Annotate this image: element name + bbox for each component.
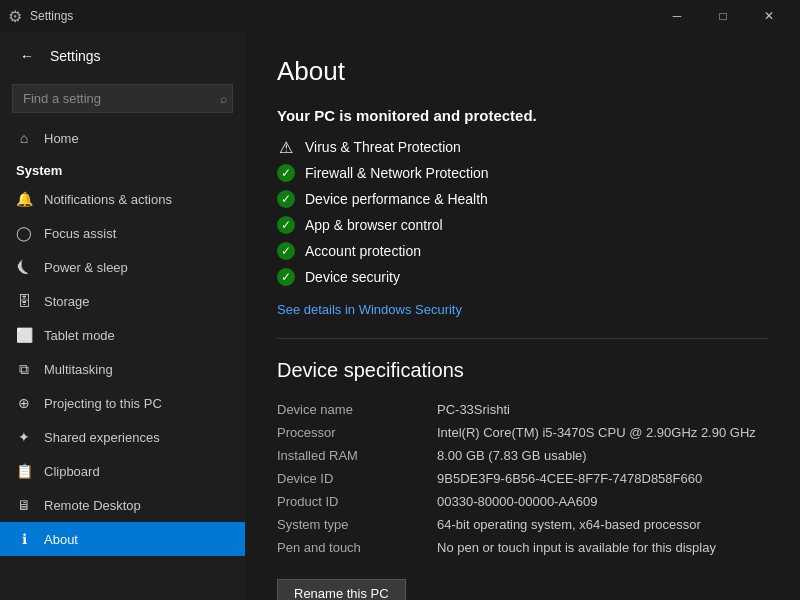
- search-input[interactable]: [12, 84, 233, 113]
- minimize-button[interactable]: ─: [654, 0, 700, 32]
- sidebar-remote-label: Remote Desktop: [44, 498, 141, 513]
- sidebar-header: ← Settings: [0, 32, 245, 80]
- warning-icon: ⚠: [277, 138, 295, 156]
- sidebar-item-projecting[interactable]: ⊕ Projecting to this PC: [0, 386, 245, 420]
- search-icon-button[interactable]: ⌕: [220, 92, 227, 106]
- maximize-button[interactable]: □: [700, 0, 746, 32]
- settings-icon: ⚙: [8, 7, 22, 26]
- close-button[interactable]: ✕: [746, 0, 792, 32]
- ok-icon-device-sec: ✓: [277, 268, 295, 286]
- spec-key: System type: [277, 513, 437, 536]
- sidebar-shared-label: Shared experiences: [44, 430, 160, 445]
- table-row: Installed RAM8.00 GB (7.83 GB usable): [277, 444, 768, 467]
- spec-key: Device ID: [277, 467, 437, 490]
- sidebar-item-about[interactable]: ℹ About: [0, 522, 245, 556]
- table-row: ProcessorIntel(R) Core(TM) i5-3470S CPU …: [277, 421, 768, 444]
- specs-title: Device specifications: [277, 359, 768, 382]
- titlebar-title: Settings: [30, 9, 73, 23]
- tablet-icon: ⬜: [16, 327, 32, 343]
- protection-app-browser: ✓ App & browser control: [277, 216, 768, 234]
- sidebar-clipboard-label: Clipboard: [44, 464, 100, 479]
- sidebar-home-label: Home: [44, 131, 79, 146]
- sidebar-notifications-label: Notifications & actions: [44, 192, 172, 207]
- notifications-icon: 🔔: [16, 191, 32, 207]
- spec-key: Pen and touch: [277, 536, 437, 559]
- sidebar-item-storage[interactable]: 🗄 Storage: [0, 284, 245, 318]
- titlebar-left: ⚙ Settings: [8, 7, 73, 26]
- sidebar-projecting-label: Projecting to this PC: [44, 396, 162, 411]
- protection-device-perf: ✓ Device performance & Health: [277, 190, 768, 208]
- spec-value: Intel(R) Core(TM) i5-3470S CPU @ 2.90GHz…: [437, 421, 768, 444]
- sidebar-item-clipboard[interactable]: 📋 Clipboard: [0, 454, 245, 488]
- spec-value: PC-33Srishti: [437, 398, 768, 421]
- spec-key: Device name: [277, 398, 437, 421]
- sidebar-multitasking-label: Multitasking: [44, 362, 113, 377]
- protection-account: ✓ Account protection: [277, 242, 768, 260]
- ok-icon-app-browser: ✓: [277, 216, 295, 234]
- table-row: Product ID00330-80000-00000-AA609: [277, 490, 768, 513]
- spec-key: Processor: [277, 421, 437, 444]
- device-sec-label: Device security: [305, 269, 400, 285]
- protection-virus: ⚠ Virus & Threat Protection: [277, 138, 768, 156]
- table-row: Device ID9B5DE3F9-6B56-4CEE-8F7F-7478D85…: [277, 467, 768, 490]
- firewall-label: Firewall & Network Protection: [305, 165, 489, 181]
- about-icon: ℹ: [16, 531, 32, 547]
- sidebar-storage-label: Storage: [44, 294, 90, 309]
- app-browser-label: App & browser control: [305, 217, 443, 233]
- shared-icon: ✦: [16, 429, 32, 445]
- sidebar-about-label: About: [44, 532, 78, 547]
- projecting-icon: ⊕: [16, 395, 32, 411]
- focus-assist-icon: ◯: [16, 225, 32, 241]
- sidebar: ← Settings ⌕ ⌂ Home System 🔔 Notificatio…: [0, 32, 245, 600]
- table-row: System type64-bit operating system, x64-…: [277, 513, 768, 536]
- protection-firewall: ✓ Firewall & Network Protection: [277, 164, 768, 182]
- home-icon: ⌂: [16, 130, 32, 146]
- spec-value: 9B5DE3F9-6B56-4CEE-8F7F-7478D858F660: [437, 467, 768, 490]
- sidebar-item-multitasking[interactable]: ⧉ Multitasking: [0, 352, 245, 386]
- sidebar-power-label: Power & sleep: [44, 260, 128, 275]
- titlebar-controls: ─ □ ✕: [654, 0, 792, 32]
- rename-button[interactable]: Rename this PC: [277, 579, 406, 600]
- sidebar-item-shared[interactable]: ✦ Shared experiences: [0, 420, 245, 454]
- sidebar-section-system: System: [0, 155, 245, 182]
- sidebar-item-remote-desktop[interactable]: 🖥 Remote Desktop: [0, 488, 245, 522]
- spec-value: No pen or touch input is available for t…: [437, 536, 768, 559]
- storage-icon: 🗄: [16, 293, 32, 309]
- titlebar: ⚙ Settings ─ □ ✕: [0, 0, 800, 32]
- multitasking-icon: ⧉: [16, 361, 32, 377]
- sidebar-item-focus-assist[interactable]: ◯ Focus assist: [0, 216, 245, 250]
- clipboard-icon: 📋: [16, 463, 32, 479]
- ok-icon-firewall: ✓: [277, 164, 295, 182]
- sidebar-focus-label: Focus assist: [44, 226, 116, 241]
- sidebar-item-power-sleep[interactable]: ⏾ Power & sleep: [0, 250, 245, 284]
- back-button[interactable]: ←: [16, 44, 38, 68]
- see-details-link[interactable]: See details in Windows Security: [277, 302, 462, 317]
- table-row: Pen and touchNo pen or touch input is av…: [277, 536, 768, 559]
- device-perf-label: Device performance & Health: [305, 191, 488, 207]
- remote-desktop-icon: 🖥: [16, 497, 32, 513]
- virus-label: Virus & Threat Protection: [305, 139, 461, 155]
- account-label: Account protection: [305, 243, 421, 259]
- protection-device-sec: ✓ Device security: [277, 268, 768, 286]
- sidebar-app-title: Settings: [50, 48, 101, 64]
- spec-value: 64-bit operating system, x64-based proce…: [437, 513, 768, 536]
- sidebar-search-container: ⌕: [12, 84, 233, 113]
- protection-heading: Your PC is monitored and protected.: [277, 107, 768, 124]
- spec-key: Product ID: [277, 490, 437, 513]
- sidebar-tablet-label: Tablet mode: [44, 328, 115, 343]
- table-row: Device namePC-33Srishti: [277, 398, 768, 421]
- spec-value: 8.00 GB (7.83 GB usable): [437, 444, 768, 467]
- sidebar-item-home[interactable]: ⌂ Home: [0, 121, 245, 155]
- app-container: ← Settings ⌕ ⌂ Home System 🔔 Notificatio…: [0, 32, 800, 600]
- sidebar-item-notifications[interactable]: 🔔 Notifications & actions: [0, 182, 245, 216]
- ok-icon-account: ✓: [277, 242, 295, 260]
- divider: [277, 338, 768, 339]
- spec-key: Installed RAM: [277, 444, 437, 467]
- spec-value: 00330-80000-00000-AA609: [437, 490, 768, 513]
- main-content: About Your PC is monitored and protected…: [245, 32, 800, 600]
- ok-icon-device-perf: ✓: [277, 190, 295, 208]
- sidebar-item-tablet-mode[interactable]: ⬜ Tablet mode: [0, 318, 245, 352]
- specs-table: Device namePC-33SrishtiProcessorIntel(R)…: [277, 398, 768, 559]
- power-icon: ⏾: [16, 259, 32, 275]
- page-title: About: [277, 56, 768, 87]
